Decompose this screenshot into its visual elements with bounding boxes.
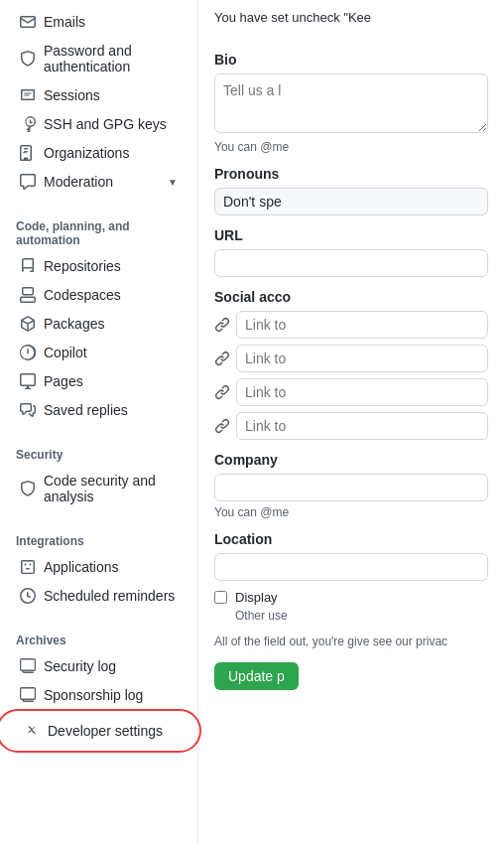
sidebar-section-label-code: Code, planning, and automation	[0, 204, 197, 251]
org-icon	[20, 145, 36, 161]
url-input[interactable]	[214, 249, 488, 277]
social-input-1[interactable]	[236, 345, 488, 372]
sessions-icon	[20, 87, 36, 103]
social-row-0	[214, 311, 488, 339]
social-input-2[interactable]	[236, 378, 488, 406]
link-icon-1	[214, 351, 230, 366]
social-input-3[interactable]	[236, 412, 488, 440]
link-icon-0	[214, 317, 230, 333]
apps-icon	[20, 559, 36, 575]
update-profile-button[interactable]: Update p	[214, 662, 299, 690]
code-security-icon	[20, 481, 36, 496]
copilot-icon	[20, 345, 36, 360]
moderation-icon	[20, 174, 36, 190]
codespace-icon	[20, 287, 36, 303]
sidebar-item-label-repos: Repositories	[44, 258, 121, 274]
display-desc: Other use	[235, 609, 288, 623]
company-input[interactable]	[214, 474, 488, 501]
sidebar-item-codespaces[interactable]: Codespaces	[4, 281, 193, 309]
pages-icon	[20, 373, 36, 389]
sidebar-item-packages[interactable]: Packages	[4, 310, 193, 338]
sidebar-section-code: Code, planning, and automation Repositor…	[0, 204, 197, 424]
security-log-icon	[20, 658, 36, 674]
sidebar-item-sessions[interactable]: Sessions	[4, 81, 193, 109]
saved-icon	[20, 402, 36, 418]
sidebar-item-label-password: Password and authentication	[44, 43, 178, 74]
link-icon-3	[214, 418, 230, 434]
sidebar-item-label-pages: Pages	[44, 373, 83, 389]
sidebar-item-scheduled-reminders[interactable]: Scheduled reminders	[4, 582, 193, 610]
sidebar-item-applications[interactable]: Applications	[4, 553, 193, 581]
bio-label: Bio	[214, 52, 488, 68]
notice-text: You have set uncheck "Kee	[214, 0, 488, 40]
sidebar-item-repositories[interactable]: Repositories	[4, 252, 193, 280]
sidebar-item-label-moderation: Moderation	[44, 174, 113, 190]
sidebar-section-integrations: Integrations Applications Scheduled remi…	[0, 518, 197, 610]
sidebar-item-label-sessions: Sessions	[44, 87, 100, 103]
social-row-2	[214, 378, 488, 406]
dev-icon	[24, 723, 40, 739]
bio-helper: You can @me	[214, 140, 488, 154]
sidebar-item-label-codespaces: Codespaces	[44, 287, 121, 303]
display-checkbox-row: Display Other use	[214, 589, 488, 623]
sidebar: Emails Password and authentication Sessi…	[0, 0, 198, 845]
sidebar-item-label-sponsorship-log: Sponsorship log	[44, 687, 143, 703]
location-input[interactable]	[214, 553, 488, 581]
email-icon	[20, 14, 36, 30]
sidebar-item-label-packages: Packages	[44, 316, 104, 332]
link-icon-2	[214, 384, 230, 400]
sidebar-item-password-auth[interactable]: Password and authentication	[4, 37, 193, 80]
sidebar-item-sponsorship-log[interactable]: Sponsorship log	[4, 681, 193, 709]
display-checkbox[interactable]	[214, 591, 227, 604]
chevron-down-icon: ▼	[168, 177, 178, 188]
bio-textarea[interactable]	[214, 73, 488, 133]
social-input-0[interactable]	[236, 311, 488, 339]
sidebar-item-copilot[interactable]: Copilot	[4, 339, 193, 366]
sidebar-item-ssh-gpg[interactable]: SSH and GPG keys	[4, 110, 193, 138]
sidebar-section-dev: Developer settings	[0, 717, 197, 745]
sidebar-item-code-security[interactable]: Code security and analysis	[4, 467, 193, 510]
sidebar-item-label-orgs: Organizations	[44, 145, 129, 161]
sidebar-section-archives: Archives Security log Sponsorship log	[0, 618, 197, 709]
package-icon	[20, 316, 36, 332]
sidebar-item-label-emails: Emails	[44, 14, 85, 30]
sidebar-section-label-integrations: Integrations	[0, 518, 197, 552]
social-accounts-label: Social acco	[214, 289, 488, 305]
shield-icon	[20, 51, 36, 67]
sidebar-item-organizations[interactable]: Organizations	[4, 139, 193, 167]
footer-note: All of the field out, you're give see ou…	[214, 633, 488, 650]
pronouns-select[interactable]: Don't spe	[214, 188, 488, 215]
sidebar-item-label-reminders: Scheduled reminders	[44, 588, 175, 604]
url-label: URL	[214, 227, 488, 243]
sidebar-item-developer-settings[interactable]: Developer settings	[8, 717, 189, 745]
sidebar-item-label-security-log: Security log	[44, 658, 116, 674]
clock-icon	[20, 588, 36, 604]
sidebar-section-security: Security Code security and analysis	[0, 432, 197, 510]
sidebar-section-label-archives: Archives	[0, 618, 197, 651]
sidebar-section-label-security: Security	[0, 432, 197, 466]
repo-icon	[20, 258, 36, 274]
sidebar-item-label-apps: Applications	[44, 559, 119, 575]
sidebar-item-moderation[interactable]: Moderation ▼	[4, 168, 193, 196]
social-row-3	[214, 412, 488, 440]
social-row-1	[214, 345, 488, 372]
developer-settings-wrap: Developer settings	[4, 717, 193, 745]
sidebar-item-label-saved: Saved replies	[44, 402, 128, 418]
sidebar-item-label-copilot: Copilot	[44, 345, 87, 360]
sidebar-item-security-log[interactable]: Security log	[4, 652, 193, 680]
sidebar-section-main: Emails Password and authentication Sessi…	[0, 8, 197, 196]
key-icon	[20, 116, 36, 132]
sponsorship-log-icon	[20, 687, 36, 703]
location-label: Location	[214, 531, 488, 547]
sidebar-item-emails[interactable]: Emails	[4, 8, 193, 36]
sidebar-item-label-developer: Developer settings	[48, 723, 163, 739]
sidebar-item-pages[interactable]: Pages	[4, 367, 193, 395]
company-label: Company	[214, 452, 488, 468]
sidebar-item-label-ssh: SSH and GPG keys	[44, 116, 167, 132]
sidebar-item-saved-replies[interactable]: Saved replies	[4, 396, 193, 424]
right-panel: You have set uncheck "Kee Bio You can @m…	[198, 0, 504, 845]
display-label: Display	[235, 590, 278, 605]
company-helper: You can @me	[214, 505, 488, 519]
sidebar-item-label-code-security: Code security and analysis	[44, 473, 178, 504]
pronouns-label: Pronouns	[214, 166, 488, 182]
